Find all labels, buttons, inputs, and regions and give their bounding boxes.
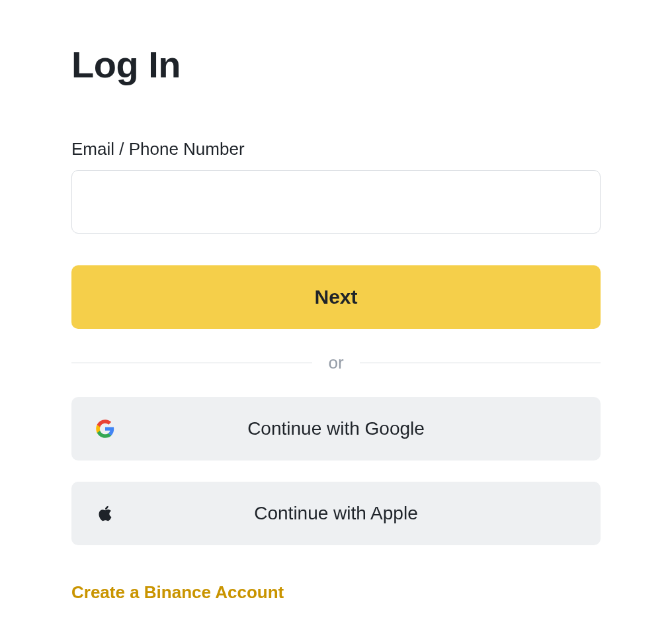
login-container: Log In Email / Phone Number Next or Cont… bbox=[71, 43, 601, 603]
google-button-label: Continue with Google bbox=[247, 418, 425, 439]
continue-apple-button[interactable]: Continue with Apple bbox=[71, 482, 601, 545]
divider: or bbox=[71, 353, 601, 373]
email-phone-label: Email / Phone Number bbox=[71, 139, 601, 159]
create-account-link[interactable]: Create a Binance Account bbox=[71, 582, 284, 603]
email-phone-input[interactable] bbox=[71, 170, 601, 234]
continue-google-button[interactable]: Continue with Google bbox=[71, 397, 601, 461]
divider-line-right bbox=[360, 363, 601, 363]
next-button-label: Next bbox=[314, 286, 357, 308]
google-icon bbox=[95, 419, 115, 439]
apple-icon bbox=[95, 504, 115, 523]
page-title: Log In bbox=[71, 43, 601, 86]
divider-text: or bbox=[312, 353, 359, 373]
divider-line-left bbox=[71, 363, 312, 363]
next-button[interactable]: Next bbox=[71, 265, 601, 329]
apple-button-label: Continue with Apple bbox=[254, 503, 418, 524]
